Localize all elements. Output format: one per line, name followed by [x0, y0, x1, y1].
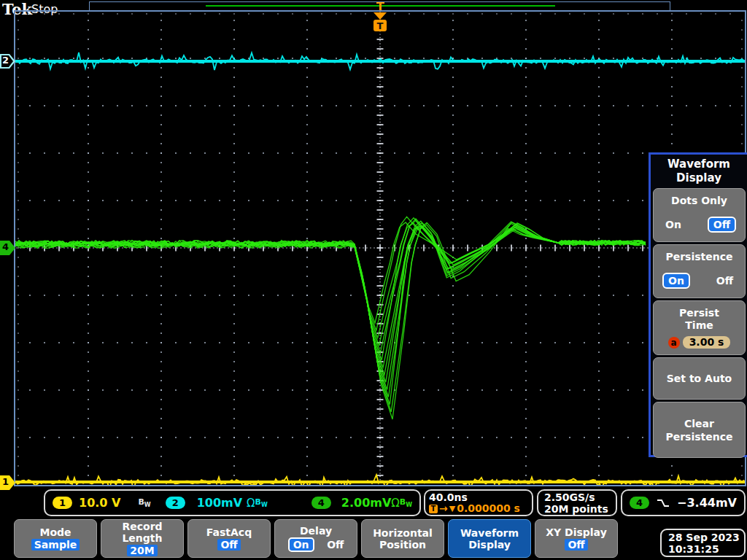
trigger-level-value: −3.44mV: [677, 496, 737, 510]
bottom-menu: Mode Sample Record Length 20M FastAcq Of…: [14, 519, 618, 558]
xy-display-button[interactable]: XY Display Off: [535, 519, 618, 558]
horizontal-readout: 40.0ns T→▼0.000000 s: [424, 489, 533, 516]
oscilloscope-screen: Tek Stop T 2 4 1 Waveform Display Dots O…: [0, 0, 747, 560]
side-menu-buttons: Dots Only On Off Persistence On Off Pers…: [651, 188, 747, 459]
multipurpose-knob-a-icon: a: [668, 337, 680, 349]
dots-only-button[interactable]: Dots Only On Off: [653, 188, 746, 242]
trigger-position-marker[interactable]: T: [374, 12, 387, 31]
fastacq-value: Off: [217, 539, 240, 551]
horizontal-scale: 40.0ns: [429, 491, 532, 503]
mode-button[interactable]: Mode Sample: [14, 519, 97, 558]
waveform-display-label: Waveform Display: [457, 527, 522, 551]
ch1-bandwidth-icon: BW: [138, 497, 150, 508]
arrow-right-icon: →: [439, 503, 448, 514]
delay-label: Delay: [300, 525, 332, 537]
vertical-readouts: 1 10.0 V BW 2 100mV Ω BW 4 2.00mV Ω BW: [44, 489, 421, 516]
ch1-scale: 10.0 V: [79, 496, 120, 510]
channel1-position-marker[interactable]: 1: [0, 475, 15, 490]
xy-display-value: Off: [565, 539, 587, 551]
persist-time-value[interactable]: 3.00 s: [683, 336, 731, 349]
delay-off-option[interactable]: Off: [327, 539, 344, 551]
ch4-bandwidth-icon: BW: [400, 497, 412, 508]
falling-edge-icon: [656, 498, 670, 508]
persistence-off-option[interactable]: Off: [713, 274, 736, 287]
channel4-position-marker[interactable]: 4: [0, 241, 15, 255]
datetime-box: 28 Sep 2023 10:31:25: [660, 529, 746, 557]
mode-label: Mode: [39, 526, 71, 538]
clear-persistence-label: Clear Persistence: [659, 402, 740, 457]
xy-display-label: XY Display: [546, 526, 607, 538]
record-length-label: Record Length: [113, 521, 171, 544]
ch4-scale: 2.00mV: [341, 496, 392, 510]
horizontal-position-button[interactable]: Horizontal Position: [361, 519, 444, 558]
trigger-source-badge: 4: [630, 497, 649, 509]
persist-time-label: Persist Time: [670, 307, 729, 332]
record-length-button[interactable]: Record Length 20M: [101, 519, 184, 558]
acquisition-readout: 2.50GS/s 20M points: [537, 489, 617, 516]
ch2-coupling-icon: Ω: [247, 497, 255, 510]
delay-button[interactable]: Delay On Off: [274, 519, 357, 558]
dots-only-on-option[interactable]: On: [662, 218, 684, 231]
clear-persistence-button[interactable]: Clear Persistence: [653, 402, 746, 458]
horizontal-position-label: Horizontal Position: [370, 527, 436, 551]
delay-on-option[interactable]: On: [288, 537, 314, 552]
persistence-button[interactable]: Persistence On Off: [653, 244, 746, 298]
trigger-t-icon: T: [429, 505, 438, 513]
channel1-marker-label: 1: [0, 476, 11, 487]
side-menu-panel: Waveform Display Dots Only On Off Persis…: [649, 152, 747, 457]
record-length-value: 20M: [127, 545, 157, 556]
persistence-label: Persistence: [665, 251, 732, 263]
ch4-trace-bundle: [15, 217, 646, 419]
ch1-trace: [15, 475, 745, 489]
ch2-scale: 100mV: [197, 496, 242, 510]
dots-only-off-option[interactable]: Off: [708, 217, 736, 233]
ch4-badge: 4: [311, 497, 331, 509]
ch2-bandwidth-icon: BW: [255, 497, 268, 508]
persistence-on-option[interactable]: On: [662, 273, 690, 289]
ch1-badge: 1: [53, 497, 72, 509]
set-to-auto-button[interactable]: Set to Auto: [653, 357, 746, 400]
channel4-marker-label: 4: [0, 241, 11, 252]
triangle-down-icon: ▼: [449, 503, 455, 514]
date-value: 28 Sep 2023: [668, 532, 744, 543]
waveform-traces: [15, 52, 745, 490]
mode-value: Sample: [31, 539, 80, 551]
channel2-marker-label: 2: [0, 55, 11, 66]
scope-display: T: [0, 0, 747, 560]
fastacq-label: FastAcq: [206, 526, 252, 538]
record-points: 20M points: [544, 503, 616, 515]
side-menu-title: Waveform Display: [651, 155, 747, 188]
waveform-display-button[interactable]: Waveform Display: [448, 519, 531, 558]
persist-time-button[interactable]: Persist Time a 3.00 s: [653, 300, 746, 355]
ch4-coupling-icon: Ω: [391, 497, 399, 510]
trigger-readout: 4 −3.44mV: [621, 489, 746, 516]
trigger-position-value: 0.000000 s: [457, 503, 520, 514]
time-value: 10:31:25: [668, 543, 744, 555]
dots-only-label: Dots Only: [671, 195, 727, 207]
ch2-badge: 2: [166, 497, 185, 509]
fastacq-button[interactable]: FastAcq Off: [187, 519, 271, 558]
svg-text:T: T: [377, 20, 384, 31]
sample-rate: 2.50GS/s: [544, 491, 616, 503]
set-to-auto-label: Set to Auto: [667, 358, 732, 399]
channel2-position-marker[interactable]: 2: [0, 54, 15, 69]
